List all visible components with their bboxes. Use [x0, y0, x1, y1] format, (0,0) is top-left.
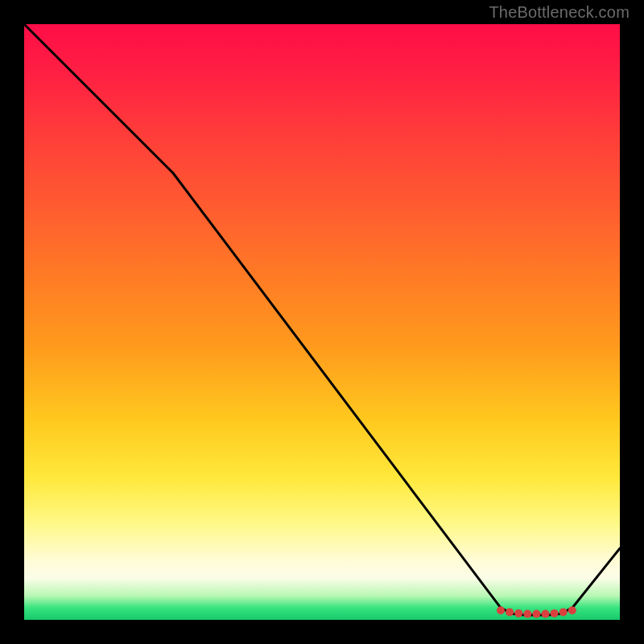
- cluster-marker: [523, 610, 531, 618]
- cluster-marker: [568, 606, 576, 614]
- chart-svg: [0, 0, 644, 644]
- marker-group: [497, 606, 576, 617]
- cluster-marker: [551, 609, 559, 617]
- cluster-marker: [506, 608, 514, 616]
- line-series-group: [24, 24, 620, 615]
- source-watermark: TheBottleneck.com: [489, 3, 630, 22]
- chart-stage: TheBottleneck.com: [0, 0, 644, 644]
- cluster-marker: [497, 606, 505, 614]
- curve-line: [24, 24, 620, 615]
- cluster-marker: [514, 609, 522, 617]
- cluster-marker: [542, 610, 550, 618]
- cluster-marker: [559, 608, 568, 616]
- cluster-marker: [532, 610, 540, 618]
